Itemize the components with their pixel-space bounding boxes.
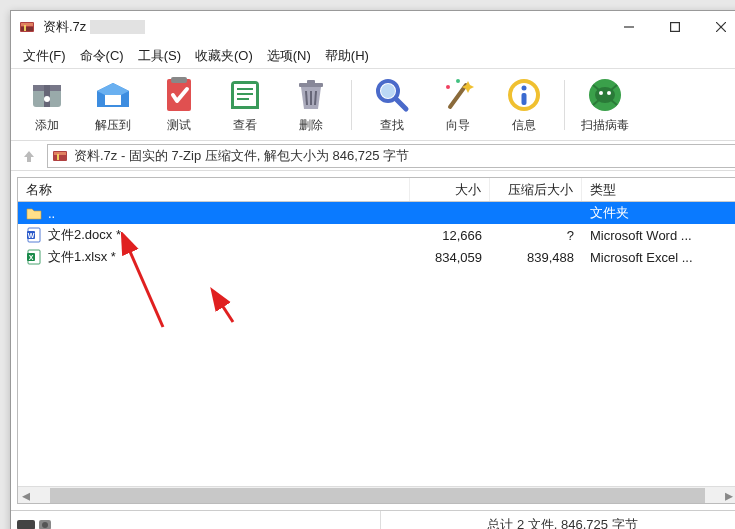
svg-rect-20 (307, 80, 315, 84)
extract-icon (93, 75, 133, 115)
svg-point-29 (456, 79, 460, 83)
scan-label: 扫描病毒 (581, 117, 629, 134)
info-icon (504, 75, 544, 115)
maximize-button[interactable] (652, 11, 698, 43)
horizontal-scrollbar[interactable]: ◂ ▸ (18, 486, 735, 503)
table-row[interactable]: W 文件2.docx * 12,666 ? Microsoft Word ... (18, 224, 735, 246)
menu-favorites[interactable]: 收藏夹(O) (189, 45, 259, 67)
svg-rect-33 (522, 93, 527, 105)
view-icon (225, 75, 265, 115)
svg-rect-13 (167, 79, 191, 111)
delete-icon (291, 75, 331, 115)
svg-rect-43 (54, 152, 66, 155)
svg-point-28 (446, 85, 450, 89)
extract-label: 解压到 (95, 117, 131, 134)
file-packed: ? (490, 224, 582, 246)
folder-up-icon (26, 205, 42, 221)
svg-point-25 (381, 84, 395, 98)
wizard-icon (438, 75, 478, 115)
svg-rect-53 (17, 520, 35, 530)
delete-label: 删除 (299, 117, 323, 134)
svg-point-32 (522, 86, 527, 91)
svg-line-26 (396, 99, 406, 109)
col-packed-size[interactable]: 压缩后大小 (490, 178, 582, 201)
file-type: Microsoft Word ... (582, 224, 735, 246)
parent-name: .. (48, 206, 55, 221)
wizard-button[interactable]: 向导 (430, 75, 486, 134)
scan-button[interactable]: 扫描病毒 (577, 75, 633, 134)
column-headers: 名称 大小 压缩后大小 类型 (18, 178, 735, 202)
status-drive-icon (17, 518, 53, 530)
col-size[interactable]: 大小 (410, 178, 490, 201)
title-bar: 资料.7z (11, 11, 735, 43)
svg-rect-2 (21, 27, 33, 31)
add-label: 添加 (35, 117, 59, 134)
minimize-button[interactable] (606, 11, 652, 43)
col-type[interactable]: 类型 (582, 178, 735, 201)
svg-line-21 (306, 91, 307, 105)
menu-file[interactable]: 文件(F) (17, 45, 72, 67)
find-button[interactable]: 查找 (364, 75, 420, 134)
svg-text:W: W (28, 232, 35, 239)
file-type: Microsoft Excel ... (582, 246, 735, 268)
svg-text:X: X (29, 254, 34, 261)
find-label: 查找 (380, 117, 404, 134)
path-input[interactable]: 资料.7z - 固实的 7-Zip 压缩文件, 解包大小为 846,725 字节 (47, 144, 735, 168)
menu-tools[interactable]: 工具(S) (132, 45, 187, 67)
wizard-label: 向导 (446, 117, 470, 134)
scrollbar-thumb[interactable] (50, 488, 705, 503)
toolbar-separator (351, 80, 352, 130)
file-rows: .. 文件夹 W 文件2.docx * 12,666 ? Microsoft W… (18, 202, 735, 486)
svg-rect-1 (21, 23, 33, 26)
file-size: 12,666 (410, 224, 490, 246)
close-button[interactable] (698, 11, 735, 43)
svg-rect-14 (171, 77, 187, 83)
parent-type: 文件夹 (582, 202, 735, 224)
info-label: 信息 (512, 117, 536, 134)
app-icon (19, 19, 35, 35)
add-icon (27, 75, 67, 115)
test-button[interactable]: 测试 (151, 75, 207, 134)
up-button[interactable] (17, 144, 41, 168)
svg-point-37 (607, 91, 611, 95)
test-icon (159, 75, 199, 115)
add-button[interactable]: 添加 (19, 75, 75, 134)
scroll-right-icon[interactable]: ▸ (721, 486, 735, 505)
find-icon (372, 75, 412, 115)
parent-folder-row[interactable]: .. 文件夹 (18, 202, 735, 224)
view-button[interactable]: 查看 (217, 75, 273, 134)
svg-point-36 (599, 91, 603, 95)
table-row[interactable]: X 文件1.xlsx * 834,059 839,488 Microsoft E… (18, 246, 735, 268)
scan-icon (585, 75, 625, 115)
menu-help[interactable]: 帮助(H) (319, 45, 375, 67)
svg-rect-44 (57, 154, 59, 160)
menu-options[interactable]: 选项(N) (261, 45, 317, 67)
test-label: 测试 (167, 117, 191, 134)
menu-command[interactable]: 命令(C) (74, 45, 130, 67)
window-title: 资料.7z (43, 18, 86, 36)
file-size: 834,059 (410, 246, 490, 268)
word-file-icon: W (26, 227, 42, 243)
scroll-left-icon[interactable]: ◂ (18, 486, 34, 505)
file-name: 文件2.docx * (48, 226, 121, 244)
extract-button[interactable]: 解压到 (85, 75, 141, 134)
file-packed: 839,488 (490, 246, 582, 268)
file-list: 名称 大小 压缩后大小 类型 .. 文件夹 W 文件2.docx * 12,66 (17, 177, 735, 504)
toolbar-separator-2 (564, 80, 565, 130)
status-left (11, 511, 381, 529)
status-bar: 总计 2 文件, 846,725 字节 (11, 510, 735, 529)
archive-icon (52, 148, 68, 164)
svg-rect-12 (105, 95, 121, 105)
col-name[interactable]: 名称 (18, 178, 410, 201)
path-text: 资料.7z - 固实的 7-Zip 压缩文件, 解包大小为 846,725 字节 (74, 147, 409, 165)
svg-line-23 (315, 91, 316, 105)
delete-button[interactable]: 删除 (283, 75, 339, 134)
info-button[interactable]: 信息 (496, 75, 552, 134)
svg-line-52 (220, 302, 233, 322)
view-label: 查看 (233, 117, 257, 134)
svg-point-55 (42, 522, 48, 528)
svg-point-11 (44, 96, 50, 102)
winrar-window: 资料.7z 文件(F) 命令(C) 工具(S) 收藏夹(O) 选项(N) 帮助(… (10, 10, 735, 529)
file-name: 文件1.xlsx * (48, 248, 116, 266)
svg-line-27 (450, 85, 466, 107)
